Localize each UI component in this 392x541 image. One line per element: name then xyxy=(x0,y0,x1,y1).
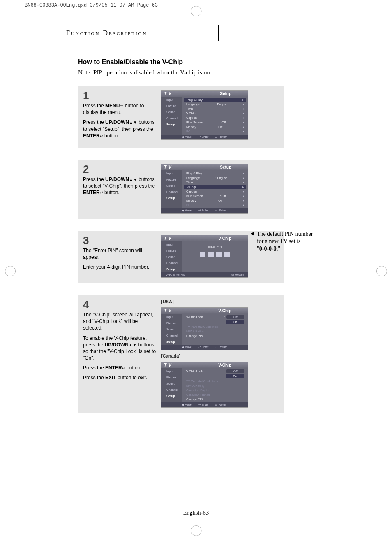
crop-mark-left xyxy=(1,271,17,271)
osd-side-picture: Picture xyxy=(161,248,182,254)
osd-pin-main: Enter PIN xyxy=(182,241,248,272)
osd-title: V-Chip xyxy=(218,363,231,367)
section-note: Note: PIP operation is disabled when the… xyxy=(78,69,357,76)
osd-row-time: Time▸ xyxy=(183,107,247,111)
osd-title: Setup xyxy=(220,91,231,96)
osd-row-vchip: V-Chip▸ xyxy=(184,185,246,189)
txents: button to exit. xyxy=(116,375,147,381)
osd-step4-usa: T VV-Chip Input Picture Sound Channel Se… xyxy=(161,307,248,350)
osd-step1: T VSetup Input Picture Sound Channel Set… xyxy=(161,90,248,140)
osd-tv-label: T V xyxy=(164,309,172,313)
section-heading: How to Enable/Disable the V-Chip xyxy=(78,58,357,66)
osd-side-setup: Setup xyxy=(161,195,182,201)
osd-row-caption: Caption▸ xyxy=(183,116,247,120)
margin-note: The default PIN number for a new TV set … xyxy=(257,230,327,253)
txt: The "V-Chip" screen will appear, and "V-… xyxy=(83,311,157,332)
osd-side-input: Input xyxy=(161,314,182,320)
osd-side-channel: Channel xyxy=(161,260,182,266)
osd-side-input: Input xyxy=(161,241,182,248)
page-footer: English-63 xyxy=(183,509,209,516)
vchip-off-pill: Off xyxy=(226,315,244,319)
osd-tv-label: T V xyxy=(164,91,172,96)
step-3-text: 3 The "Enter PIN" screen will appear. En… xyxy=(83,235,157,278)
txt: Press the xyxy=(83,365,105,371)
pin-digit-4 xyxy=(224,252,230,257)
step-4-number: 4 xyxy=(83,299,157,310)
osd-row-language: Language: English▸ xyxy=(183,176,247,180)
osd-side-setup: Setup xyxy=(161,393,182,399)
txt: button. xyxy=(125,365,142,371)
txt: button. xyxy=(103,190,120,195)
txt: Press the xyxy=(83,119,105,125)
updown-icon: ▲▼ xyxy=(129,177,137,182)
osd-title: V-Chip xyxy=(218,309,231,313)
osd-row-caption: Caption▸ xyxy=(183,189,247,194)
step-4-text: 4 The "V-Chip" screen will appear, and "… xyxy=(83,299,157,408)
osd-title: V-Chip xyxy=(218,236,231,241)
osd-sidebar: Input Picture Sound Channel Setup xyxy=(161,314,182,345)
osd-side-channel: Channel xyxy=(161,115,182,121)
margin-note-line: The default PIN number xyxy=(257,231,313,237)
crop-mark-bottom xyxy=(196,524,196,540)
osd-tv-label: T V xyxy=(164,236,172,241)
menu-btn-ref: MENU xyxy=(105,103,120,109)
step-3: 3 The "Enter PIN" screen will appear. En… xyxy=(78,231,284,283)
pin-digit-1 xyxy=(200,252,205,257)
pointer-left-icon xyxy=(251,232,254,236)
txt: Enter your 4-digit PIN number. xyxy=(83,264,157,270)
trim-line-right xyxy=(369,16,369,525)
osd-row-changepin: Change PIN xyxy=(183,397,247,402)
enter-icon: ↵ xyxy=(100,190,103,195)
enter-icon: ↵ xyxy=(122,366,125,370)
osd-side-picture: Picture xyxy=(161,320,182,326)
osd-row-bluescreen: Blue Screen: Off▸ xyxy=(183,194,247,198)
updown-btn-ref: UP/DOWN xyxy=(105,342,129,348)
txt: The "Enter PIN" screen will appear. xyxy=(83,247,157,260)
step-3-number: 3 xyxy=(83,235,157,246)
osd-side-setup: Setup xyxy=(161,266,182,272)
txt: Press the xyxy=(83,103,105,109)
osd-main: V-Chip Lock : Off On TV Parental Guideli… xyxy=(182,314,248,345)
osd-side-channel: Channel xyxy=(161,332,182,339)
osd-side-picture: Picture xyxy=(161,176,182,183)
exit-btn-ref: EXIT xyxy=(105,375,116,381)
osd-side-input: Input xyxy=(161,170,182,176)
page-content: Function Description How to Enable/Disab… xyxy=(37,25,357,425)
osd-row-tvpg: TV Parental Guidelines xyxy=(183,325,247,329)
enter-pin-label: Enter PIN xyxy=(183,242,247,248)
updown-icon: ▲▼ xyxy=(129,343,137,347)
step-1-text: 1 Press the MENU▭ button to display the … xyxy=(83,90,157,142)
osd-row-bluescreen: Blue Screen: Off▸ xyxy=(183,120,247,125)
osd-main: Plug & Play▸ Language: English▸ Time▸ V-… xyxy=(182,170,248,208)
enter-btn-ref: ENTER xyxy=(83,190,100,195)
footer-prefix: English- xyxy=(183,510,203,516)
osd-row-can-en: Canadian English xyxy=(183,388,247,392)
vchip-on-pill: On xyxy=(226,374,244,378)
vchip-lock-row: V-Chip Lock : Off xyxy=(183,369,247,374)
osd-row-pc: PC▸ xyxy=(183,203,247,207)
usa-label: [USA] xyxy=(161,299,279,304)
osd-row-mpaa: MPAA Rating xyxy=(183,329,247,334)
osd-side-input: Input xyxy=(161,368,182,374)
vchip-off-pill: Off xyxy=(226,369,244,373)
enter-btn-ref: ENTER xyxy=(105,365,122,371)
osd-row-melody: Melody: Off▸ xyxy=(183,125,247,129)
osd-row-tvpg: TV Parental Guidelines xyxy=(183,379,247,383)
updown-icon: ▲▼ xyxy=(129,120,137,125)
pin-digit-2 xyxy=(208,252,214,257)
osd-row-language: Language: English▸ xyxy=(183,102,247,107)
osd-side-channel: Channel xyxy=(161,189,182,195)
enter-icon: ↵ xyxy=(100,134,103,138)
step-1-number: 1 xyxy=(83,90,157,101)
print-job-header: BN68-00883A-00Eng.qxd 3/9/05 11:07 AM Pa… xyxy=(25,2,158,8)
txt: Press the xyxy=(83,176,105,182)
osd-footer: ◆ Move ↵ Enter ▭ Return xyxy=(161,208,248,213)
osd-footer: ◆ Move ↵ Enter ▭ Return xyxy=(161,135,248,139)
osd-side-sound: Sound xyxy=(161,381,182,387)
osd-side-picture: Picture xyxy=(161,374,182,381)
vchip-on-row: On xyxy=(183,374,247,379)
osd-sidebar: Input Picture Sound Channel Setup xyxy=(161,170,182,208)
osd-side-sound: Sound xyxy=(161,326,182,332)
txt: button. xyxy=(103,133,120,139)
osd-side-sound: Sound xyxy=(161,109,182,115)
